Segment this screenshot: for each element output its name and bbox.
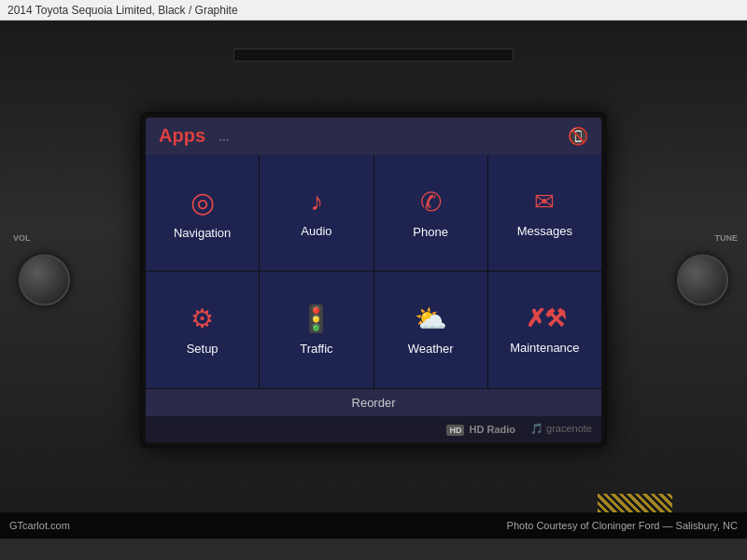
volume-label: VOL [13, 233, 31, 243]
app-messages[interactable]: ✉ Messages [488, 155, 601, 272]
site-watermark: GTcarlot.com [9, 520, 70, 531]
weather-label: Weather [408, 342, 454, 356]
vent-area [598, 494, 672, 512]
reorder-label: Reorder [352, 396, 396, 410]
traffic-label: Traffic [300, 342, 332, 356]
screen-bottom: HD HD Radio 🎵 gracenote [146, 416, 601, 442]
signal-icon: 📵 [568, 126, 588, 147]
hd-badge: HD [446, 425, 464, 436]
bottom-watermark: GTcarlot.com Photo Courtesy of Cloninger… [0, 512, 747, 539]
reorder-bar[interactable]: Reorder [146, 388, 601, 416]
apps-title: Apps [159, 125, 205, 147]
photo-credit: Photo Courtesy of Cloninger Ford — Salis… [507, 520, 738, 531]
tune-label: TUNE [715, 233, 739, 243]
audio-label: Audio [301, 224, 331, 238]
messages-icon: ✉ [534, 188, 555, 217]
audio-icon: ♪ [310, 187, 323, 217]
maintenance-icon: ✗⚒ [526, 304, 564, 333]
app-audio[interactable]: ♪ Audio [260, 155, 373, 272]
traffic-icon: 🚦 [300, 303, 332, 334]
hd-radio-label: HD HD Radio [446, 424, 515, 435]
apps-dots: ... [218, 129, 230, 144]
setup-icon: ⚙ [190, 303, 214, 334]
page-title: 2014 Toyota Sequoia Limited, [7, 4, 155, 17]
navigation-icon: ◎ [190, 186, 215, 218]
apps-grid: ◎ Navigation ♪ Audio ✆ Phone ✉ Messages [146, 155, 601, 388]
app-traffic[interactable]: 🚦 Traffic [260, 272, 373, 388]
cd-slot [233, 49, 514, 62]
setup-label: Setup [187, 342, 218, 356]
color-label: Black [158, 4, 185, 17]
apps-header: Apps ... 📵 [146, 118, 601, 155]
app-phone[interactable]: ✆ Phone [374, 155, 487, 272]
gracenote-label: 🎵 gracenote [530, 423, 592, 435]
app-setup[interactable]: ⚙ Setup [146, 272, 259, 388]
phone-label: Phone [413, 225, 448, 239]
top-bar: 2014 Toyota Sequoia Limited, Black / Gra… [0, 0, 747, 21]
screen-bezel: Apps ... 📵 ◎ Navigation ♪ Audio [140, 112, 607, 448]
tune-knob[interactable] [677, 254, 728, 305]
app-weather[interactable]: ⛅ Weather [374, 272, 487, 388]
phone-icon: ✆ [420, 187, 442, 217]
screen-display: Apps ... 📵 ◎ Navigation ♪ Audio [146, 118, 601, 442]
volume-knob[interactable] [19, 254, 70, 305]
navigation-label: Navigation [174, 226, 231, 240]
app-navigation[interactable]: ◎ Navigation [146, 155, 259, 272]
maintenance-label: Maintenance [510, 341, 579, 355]
infotainment-screen: Apps ... 📵 ◎ Navigation ♪ Audio [140, 112, 607, 448]
messages-label: Messages [517, 224, 572, 238]
photo-area: VOL TUNE Apps ... 📵 ◎ Navigation [0, 21, 747, 539]
app-maintenance[interactable]: ✗⚒ Maintenance [488, 272, 601, 388]
trim-label: / Graphite [189, 4, 238, 17]
weather-icon: ⛅ [415, 303, 447, 334]
